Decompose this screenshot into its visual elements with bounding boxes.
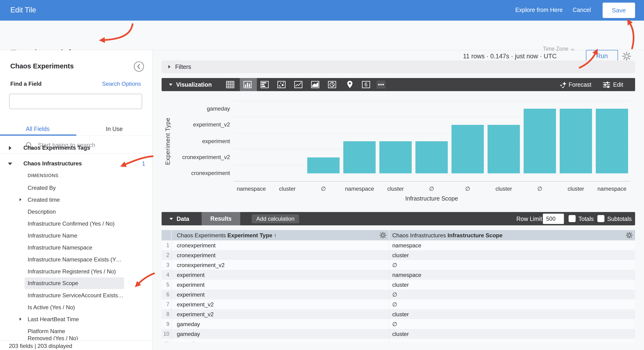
cell-experiment-type[interactable]: cronexperiment xyxy=(177,252,216,259)
viz-type-more-options-icon[interactable] xyxy=(376,80,387,90)
column-gear-icon[interactable] xyxy=(379,232,386,239)
bar-experiment-[interactable] xyxy=(416,141,448,173)
add-calculation-button[interactable]: Add calculation xyxy=(252,214,299,223)
collapse-arrow-icon[interactable] xyxy=(170,218,173,220)
explore-from-here-button[interactable]: Explore from Here xyxy=(515,7,563,13)
cell-experiment-type[interactable]: experiment xyxy=(177,272,205,278)
bar-cronexperiment-v2-[interactable] xyxy=(307,157,340,173)
data-section-bar: Data Results Add calculation Row Limit T… xyxy=(162,212,635,225)
forecast-button[interactable]: Forecast xyxy=(568,81,591,88)
row-number: 7 xyxy=(162,301,169,308)
expand-arrow-icon[interactable] xyxy=(168,65,170,68)
sort-asc-icon: ↑ xyxy=(274,232,276,238)
cell-infrastructure-scope[interactable]: ∅ xyxy=(392,291,397,298)
sidebar-field-infrastructure-scope[interactable]: Infrastructure Scope xyxy=(24,277,124,289)
table-row[interactable]: 11gamedaynamespace xyxy=(162,339,635,342)
row-number: 5 xyxy=(162,282,169,288)
table-row[interactable]: 7experiment_v2∅ xyxy=(162,299,635,309)
cell-experiment-type[interactable]: cronexperiment xyxy=(177,242,216,249)
svg-text:6: 6 xyxy=(364,82,368,88)
cell-experiment-type[interactable]: experiment_v2 xyxy=(177,301,214,308)
subtotals-checkbox[interactable] xyxy=(598,215,604,222)
table-row[interactable]: 10gamedaycluster xyxy=(162,329,635,339)
table-row[interactable]: 1cronexperimentnamespace xyxy=(162,240,635,250)
sidebar-field-created-by[interactable]: Created By xyxy=(28,185,56,191)
save-button[interactable]: Save xyxy=(602,3,635,18)
cell-experiment-type[interactable]: experiment_v2 xyxy=(177,311,214,318)
cell-experiment-type[interactable]: experiment xyxy=(177,291,205,298)
bar-experiment-v2-[interactable] xyxy=(452,125,484,173)
field-label: Infrastructure Scope xyxy=(28,280,78,286)
cell-infrastructure-scope[interactable]: namespace xyxy=(392,341,421,342)
expand-arrow-icon[interactable] xyxy=(20,318,22,321)
totals-checkbox[interactable] xyxy=(568,215,576,222)
viz-type-table-chart-icon[interactable] xyxy=(226,80,236,90)
sidebar-field-infrastructure-registered-yes-no[interactable]: Infrastructure Registered (Yes / No) xyxy=(28,268,116,275)
column-header-experiment-type[interactable]: Chaos Experiments Experiment Type ↑ xyxy=(177,232,276,239)
cancel-button[interactable]: Cancel xyxy=(572,7,591,13)
sidebar-field-description[interactable]: Description xyxy=(28,208,56,215)
viz-type-map-icon[interactable] xyxy=(346,80,356,90)
table-row[interactable]: 6experiment∅ xyxy=(162,289,635,299)
sidebar-field-infrastructure-confirmed-yes-no[interactable]: Infrastructure Confirmed (Yes / No) xyxy=(28,220,114,227)
sidebar-field-infrastructure-namespace-exists-y[interactable]: Infrastructure Namespace Exists (Y… xyxy=(28,256,122,263)
bar-experiment-cluster[interactable] xyxy=(379,141,412,173)
cell-experiment-type[interactable]: cronexperiment_v2 xyxy=(177,262,224,268)
filters-label: Filters xyxy=(175,64,191,70)
data-label: Data xyxy=(176,215,189,222)
cell-infrastructure-scope[interactable]: cluster xyxy=(392,311,409,318)
collapse-arrow-icon[interactable] xyxy=(169,84,172,86)
table-row[interactable]: 3cronexperiment_v2∅ xyxy=(162,260,635,270)
filters-section-bar[interactable]: Filters xyxy=(162,61,635,73)
viz-type-area-chart-icon[interactable] xyxy=(311,80,321,90)
column-gear-icon[interactable] xyxy=(626,232,633,239)
table-row[interactable]: 5experimentcluster xyxy=(162,280,635,289)
viz-type-column-chart-icon[interactable] xyxy=(243,80,254,90)
expand-arrow-icon[interactable] xyxy=(20,198,22,201)
sidebar-field-infrastructure-serviceaccount-exists[interactable]: Infrastructure ServiceAccount Exists… xyxy=(28,292,124,299)
viz-type-bar-chart-icon[interactable] xyxy=(260,80,270,90)
table-row[interactable]: 2cronexperimentcluster xyxy=(162,250,635,260)
cell-experiment-type[interactable]: gameday xyxy=(177,341,200,342)
sidebar-field-infrastructure-name[interactable]: Infrastructure Name xyxy=(28,232,77,239)
viz-type-scatter-plot-icon[interactable] xyxy=(277,80,287,90)
edit-viz-button[interactable]: Edit xyxy=(613,81,623,88)
cell-infrastructure-scope[interactable]: ∅ xyxy=(392,301,397,308)
column-header-infrastructure-scope[interactable]: Chaos Infrastructures Infrastructure Sco… xyxy=(392,232,502,239)
cell-infrastructure-scope[interactable]: ∅ xyxy=(392,262,397,268)
cell-infrastructure-scope[interactable]: cluster xyxy=(392,282,409,288)
sidebar-field-last-heartbeat-time[interactable]: Last HeartBeat Time xyxy=(28,316,79,322)
time-zone-dropdown[interactable]: Time Zone xyxy=(543,46,573,52)
table-row[interactable]: 4experimentnamespace xyxy=(162,270,635,280)
sidebar-field-infrastructure-namespace[interactable]: Infrastructure Namespace xyxy=(28,244,92,251)
cell-infrastructure-scope[interactable]: namespace xyxy=(392,272,421,278)
table-row[interactable]: 8experiment_v2cluster xyxy=(162,309,635,319)
table-row[interactable]: 9gameday∅ xyxy=(162,319,635,329)
cell-infrastructure-scope[interactable]: cluster xyxy=(392,252,409,259)
x-tick-label: ∅ xyxy=(450,186,486,192)
bar-experiment-namespace[interactable] xyxy=(343,141,376,173)
y-tick-label: cronexperiment xyxy=(162,170,230,176)
sidebar-field-created-time[interactable]: Created time xyxy=(28,197,60,203)
settings-gear-icon[interactable] xyxy=(622,52,631,61)
sidebar-field-platform-name[interactable]: Platform Name xyxy=(28,328,65,334)
bar-gameday-[interactable] xyxy=(524,109,556,173)
cell-infrastructure-scope[interactable]: namespace xyxy=(392,242,421,249)
viz-type-line-chart-icon[interactable] xyxy=(294,80,304,90)
viz-type-single-value-icon[interactable]: 6 xyxy=(362,80,372,90)
results-tab[interactable]: Results xyxy=(202,212,240,225)
sidebar-field-is-active-yes-no[interactable]: Is Active (Yes / No) xyxy=(28,304,75,311)
cell-experiment-type[interactable]: experiment xyxy=(177,282,205,288)
bar-experiment-v2-cluster[interactable] xyxy=(488,125,520,173)
cell-experiment-type[interactable]: gameday xyxy=(177,321,200,327)
cell-experiment-type[interactable]: gameday xyxy=(177,331,200,337)
viz-type-pie-chart-icon[interactable] xyxy=(328,80,338,90)
field-picker-sidebar: Chaos Experiments Find a Field Search Op… xyxy=(0,50,152,350)
cell-infrastructure-scope[interactable]: cluster xyxy=(392,331,409,337)
row-limit-input[interactable] xyxy=(543,214,564,224)
bar-gameday-namespace[interactable] xyxy=(596,109,628,173)
cell-infrastructure-scope[interactable]: ∅ xyxy=(392,321,397,327)
field-label: Last HeartBeat Time xyxy=(28,316,79,322)
bar-gameday-cluster[interactable] xyxy=(560,109,592,173)
x-tick-label: namespace xyxy=(342,186,378,192)
